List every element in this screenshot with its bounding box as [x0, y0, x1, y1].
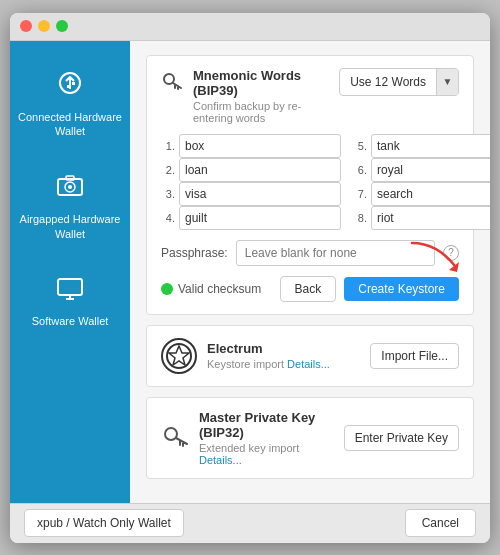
mnemonic-title-area: Mnemonic Words (BIP39) Confirm backup by… [161, 68, 339, 124]
word-num-7: 7. [353, 188, 367, 200]
word-input-3[interactable] [179, 182, 341, 206]
word-row-2: 2. [161, 158, 341, 182]
mnemonic-title-text: Mnemonic Words (BIP39) Confirm backup by… [193, 68, 339, 124]
master-key-title: Master Private Key (BIP32) [199, 410, 344, 440]
passphrase-label: Passphrase: [161, 246, 228, 260]
mnemonic-subtitle: Confirm backup by re-entering words [193, 100, 339, 124]
word-num-1: 1. [161, 140, 175, 152]
master-key-info: Master Private Key (BIP32) Extended key … [199, 410, 344, 466]
master-key-subtitle: Extended key import Details... [199, 442, 344, 466]
word-input-4[interactable] [179, 206, 341, 230]
electrum-info: Electrum Keystore import Details... [207, 341, 330, 370]
word-row-3: 3. [161, 182, 341, 206]
master-key-left: Master Private Key (BIP32) Extended key … [161, 410, 344, 466]
checksum-area: Valid checksum [161, 282, 261, 296]
word-num-3: 3. [161, 188, 175, 200]
word-num-5: 5. [353, 140, 367, 152]
main-window: Connected Hardware Wallet Airgapped Hard… [10, 13, 490, 543]
use-words-button[interactable]: Use 12 Words ▼ [339, 68, 459, 96]
sidebar-item-software[interactable]: Software Wallet [10, 259, 130, 347]
close-button[interactable] [20, 20, 32, 32]
electrum-icon [161, 338, 197, 374]
import-file-button[interactable]: Import File... [370, 343, 459, 369]
key-icon [161, 70, 183, 98]
electrum-left: Electrum Keystore import Details... [161, 338, 330, 374]
btn-group: Back Create Keystore [280, 276, 459, 302]
mnemonic-title: Mnemonic Words (BIP39) [193, 68, 339, 98]
cancel-button[interactable]: Cancel [405, 509, 476, 537]
word-input-8[interactable] [371, 206, 490, 230]
mnemonic-section: Mnemonic Words (BIP39) Confirm backup by… [146, 55, 474, 315]
word-row-7: 7. [353, 182, 490, 206]
sidebar-item-airgapped-hw[interactable]: Airgapped Hardware Wallet [10, 157, 130, 259]
electrum-section: Electrum Keystore import Details... Impo… [146, 325, 474, 387]
sidebar: Connected Hardware Wallet Airgapped Hard… [10, 41, 130, 503]
use-words-dropdown-arrow[interactable]: ▼ [436, 69, 458, 95]
svg-point-5 [68, 185, 72, 189]
back-button[interactable]: Back [280, 276, 337, 302]
word-num-4: 4. [161, 212, 175, 224]
xpub-button[interactable]: xpub / Watch Only Wallet [24, 509, 184, 537]
word-input-7[interactable] [371, 182, 490, 206]
word-row-6: 6. [353, 158, 490, 182]
sidebar-item-connected-hw[interactable]: Connected Hardware Wallet [10, 51, 130, 157]
word-input-2[interactable] [179, 158, 341, 182]
checksum-text: Valid checksum [178, 282, 261, 296]
bottom-row: Valid checksum Back Create Keystore [161, 276, 459, 302]
usb-icon [56, 69, 84, 105]
titlebar [10, 13, 490, 41]
minimize-button[interactable] [38, 20, 50, 32]
svg-rect-7 [58, 279, 82, 295]
create-keystore-button[interactable]: Create Keystore [344, 277, 459, 301]
word-num-2: 2. [161, 164, 175, 176]
passphrase-input[interactable] [236, 240, 435, 266]
word-row-5: 5. [353, 134, 490, 158]
svg-rect-2 [72, 82, 75, 85]
electrum-subtitle: Keystore import Details... [207, 358, 330, 370]
help-icon[interactable]: ? [443, 245, 459, 261]
electrum-title: Electrum [207, 341, 330, 356]
word-col-1: 1. 2. 3. 4. [161, 134, 341, 230]
word-col-2: 5. 6. 7. 8. [353, 134, 490, 230]
svg-rect-1 [67, 85, 70, 88]
word-input-1[interactable] [179, 134, 341, 158]
word-input-5[interactable] [371, 134, 490, 158]
use-words-label: Use 12 Words [340, 75, 436, 89]
traffic-lights [20, 20, 68, 32]
enter-private-key-button[interactable]: Enter Private Key [344, 425, 459, 451]
passphrase-row: Passphrase: ? [161, 240, 459, 266]
electrum-section-inner: Electrum Keystore import Details... Impo… [161, 338, 459, 374]
electrum-details-link[interactable]: Details... [287, 358, 330, 370]
sidebar-label-airgapped-hw: Airgapped Hardware Wallet [18, 212, 122, 241]
word-num-8: 8. [353, 212, 367, 224]
word-row-4: 4. [161, 206, 341, 230]
maximize-button[interactable] [56, 20, 68, 32]
word-input-6[interactable] [371, 158, 490, 182]
word-row-1: 1. [161, 134, 341, 158]
mnemonic-header: Mnemonic Words (BIP39) Confirm backup by… [161, 68, 459, 124]
footer: xpub / Watch Only Wallet Cancel [10, 503, 490, 543]
words-grid: 1. 2. 3. 4. [161, 134, 459, 230]
sidebar-label-software: Software Wallet [32, 314, 109, 328]
word-num-6: 6. [353, 164, 367, 176]
checksum-dot [161, 283, 173, 295]
master-key-section: Master Private Key (BIP32) Extended key … [146, 397, 474, 479]
monitor-icon [56, 277, 84, 309]
master-key-section-inner: Master Private Key (BIP32) Extended key … [161, 410, 459, 466]
airgap-icon [56, 175, 84, 207]
master-key-icon [161, 422, 189, 456]
master-key-details-link[interactable]: Details... [199, 454, 242, 466]
word-row-8: 8. [353, 206, 490, 230]
sidebar-label-connected-hw: Connected Hardware Wallet [18, 110, 122, 139]
content-area: Mnemonic Words (BIP39) Confirm backup by… [130, 41, 490, 503]
main-content: Connected Hardware Wallet Airgapped Hard… [10, 41, 490, 503]
